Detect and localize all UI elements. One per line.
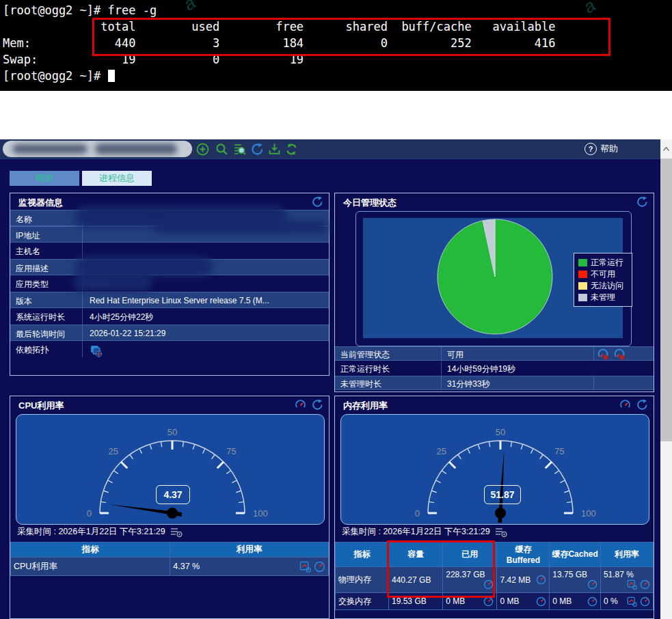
svg-text:50: 50 xyxy=(167,427,177,437)
table-header-row: 指标 容量 已用 缓存Buffered 缓存Cached 利用率 xyxy=(336,542,654,567)
browser-navbar: ☆ xyxy=(0,115,672,139)
gauge-icon[interactable] xyxy=(536,575,546,585)
info-row: 系统运行时长4小时25分钟22秒 xyxy=(10,308,329,325)
terminal-window[interactable]: a a [root@ogg2 ~]# free -g total used fr… xyxy=(0,0,672,91)
monitor-info-panel: 监视器信息 名称 健康状况健康 IP地址 主机名 应用描述 应用类型Linux … xyxy=(10,193,330,376)
download-icon[interactable] xyxy=(268,143,281,156)
gauge-icon[interactable] xyxy=(314,561,325,573)
advanced-search-icon[interactable] xyxy=(233,143,246,156)
gauge-icon[interactable] xyxy=(483,596,494,607)
app-toolbar: ? 帮助 xyxy=(0,139,660,159)
terminal-cursor xyxy=(108,70,115,82)
screen: a a [root@ogg2 ~]# free -g total used fr… xyxy=(0,0,672,619)
info-row: 依赖拓扑 xyxy=(10,341,329,357)
refresh-icon[interactable] xyxy=(636,399,648,411)
panel-title: 监视器信息 xyxy=(18,197,63,209)
gauge-icon[interactable] xyxy=(640,596,650,607)
terminal-output: [root@ogg2 ~]# free -g total used free s… xyxy=(0,0,672,84)
history-gauge-icon[interactable] xyxy=(597,348,609,360)
pie-legend: 正常运行 不可用 无法访问 未管理 xyxy=(574,253,632,307)
refresh-icon[interactable] xyxy=(636,196,648,208)
gauge-icon[interactable] xyxy=(483,579,494,590)
page-content: 概览 进程信息 监视器信息 名称 健康状况健康 IP地址 主机名 应用描述 应用… xyxy=(0,159,660,619)
table-row: 物理内存 440.27 GB 228.37 GB 7.42 MB 13.75 G… xyxy=(336,567,654,593)
gauge-icon[interactable] xyxy=(640,579,650,590)
panel-title: CPU利用率 xyxy=(18,400,64,412)
cpu-table: 指标 利用率 CPU利用率 4.37 % xyxy=(10,542,329,576)
memory-utilization-panel: 内存利用率 0255075100 51.87 采集时间 : 2026年1月22日… xyxy=(334,396,654,619)
panel-title: 今日管理状态 xyxy=(343,197,397,209)
refresh-icon[interactable] xyxy=(251,143,264,156)
table-row: 交换内存 19.53 GB 0 MB 0 MB 0 MB 0 % xyxy=(336,593,654,610)
svg-text:100: 100 xyxy=(581,508,596,519)
chart-settings-icon[interactable] xyxy=(299,561,311,573)
tab-process-info[interactable]: 进程信息 xyxy=(82,171,152,186)
management-status-panel: 今日管理状态 正常运行 不可用 无法访问 未管理 当前管理状态 可用 xyxy=(334,193,654,392)
cpu-gauge-value: 4.37 xyxy=(156,485,190,504)
collect-time: 采集时间 : 2026年1月22日 下午3:21:29 xyxy=(17,526,183,538)
table-row: CPU利用率 4.37 % xyxy=(11,558,329,576)
browser-titlebar: H3C 智能管理中心 — Mozilla Firefox xyxy=(0,91,672,115)
info-row: 应用类型Linux xyxy=(10,275,329,292)
svg-text:25: 25 xyxy=(108,446,118,456)
sync-icon[interactable] xyxy=(285,143,298,156)
svg-text:0: 0 xyxy=(87,508,92,519)
status-pie-chartbox: 正常运行 不可用 无法访问 未管理 xyxy=(355,211,632,346)
legend-swatch xyxy=(578,294,587,301)
cpu-gauge-box: 0255075100 4.37 xyxy=(16,414,325,525)
gauge-icon[interactable] xyxy=(619,399,631,411)
tab-overview[interactable]: 概览 xyxy=(10,171,79,186)
collect-time: 采集时间 : 2026年1月22日 下午3:21:29 xyxy=(342,526,508,538)
svg-text:25: 25 xyxy=(436,446,446,456)
scrollbar-thumb[interactable] xyxy=(660,159,672,441)
status-row: 正常运行时长 14小时59分钟19秒 xyxy=(335,361,654,376)
cpu-utilization-panel: CPU利用率 0255075100 4.37 采集时间 : 2026年1月22日… xyxy=(10,396,330,619)
memory-gauge-box: 0255075100 51.87 xyxy=(340,414,649,525)
help-button[interactable]: ? 帮助 xyxy=(584,143,618,155)
legend-item: 未管理 xyxy=(578,292,628,303)
list-settings-icon[interactable] xyxy=(494,527,508,538)
gauge-icon[interactable] xyxy=(536,596,546,607)
info-row: 版本Red Hat Enterprise Linux Server releas… xyxy=(10,292,329,308)
status-row: 未管理时长 31分钟33秒 xyxy=(335,376,654,390)
help-label: 帮助 xyxy=(600,143,618,155)
memory-table: 指标 容量 已用 缓存Buffered 缓存Cached 利用率 物理内存 44… xyxy=(335,542,654,610)
memory-gauge-chart: 0255075100 xyxy=(341,415,649,524)
svg-text:100: 100 xyxy=(253,508,268,519)
redaction-hostname xyxy=(73,273,152,292)
chart-settings-icon[interactable] xyxy=(627,579,637,590)
chart-settings-icon[interactable] xyxy=(627,596,637,607)
legend-item: 正常运行 xyxy=(578,257,628,269)
svg-text:75: 75 xyxy=(554,446,564,456)
cpu-gauge-chart: 0255075100 xyxy=(16,415,324,524)
list-settings-icon[interactable] xyxy=(170,527,183,538)
legend-swatch xyxy=(578,271,587,278)
search-input[interactable] xyxy=(3,141,192,157)
gauge-icon[interactable] xyxy=(587,579,597,590)
legend-item: 无法访问 xyxy=(578,280,628,292)
status-row: 当前管理状态 可用 xyxy=(335,346,654,361)
panel-title: 内存利用率 xyxy=(343,400,388,412)
legend-swatch xyxy=(578,259,587,266)
svg-text:75: 75 xyxy=(226,446,236,456)
legend-swatch xyxy=(578,282,587,290)
scrollbar-track[interactable] xyxy=(660,441,672,619)
help-icon: ? xyxy=(584,143,597,155)
redaction-name xyxy=(154,221,328,233)
dependency-topology-icon[interactable] xyxy=(90,344,103,357)
history-gauge-icon[interactable] xyxy=(613,348,626,360)
info-row: 最后轮询时间2026-01-22 15:21:29 xyxy=(10,325,329,341)
legend-item: 不可用 xyxy=(578,269,628,280)
memory-gauge-value: 51.87 xyxy=(484,485,521,504)
gauge-icon[interactable] xyxy=(295,399,306,411)
scrollbar-up-arrow[interactable] xyxy=(660,139,672,159)
refresh-icon[interactable] xyxy=(312,196,323,208)
add-icon[interactable] xyxy=(196,143,209,156)
table-header-row: 指标 利用率 xyxy=(11,542,329,558)
gauge-icon[interactable] xyxy=(587,596,597,607)
search-icon[interactable] xyxy=(215,143,228,156)
svg-text:0: 0 xyxy=(415,508,420,519)
svg-text:50: 50 xyxy=(496,427,505,437)
refresh-icon[interactable] xyxy=(312,399,323,411)
